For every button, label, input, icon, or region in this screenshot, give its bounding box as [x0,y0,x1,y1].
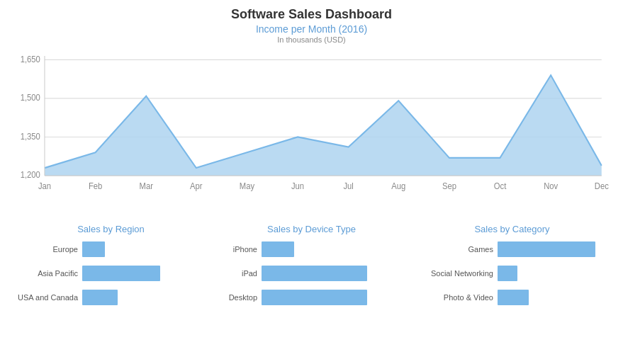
category-title: Sales by Category [415,224,609,234]
region-bar-asia [82,266,208,281]
svg-text:Apr: Apr [190,181,203,190]
device-label-desktop: Desktop [215,293,257,302]
svg-text:Jan: Jan [38,181,51,190]
list-item: Games [415,240,609,258]
list-item: Photo & Video [415,288,609,307]
category-bar-social [498,266,609,281]
bar-fill [262,241,294,257]
svg-text:Jun: Jun [291,181,304,190]
sales-by-device: Sales by Device Type iPhone iPad Desktop [215,224,408,357]
bar-fill [262,290,367,305]
list-item: Social Networking [415,264,609,283]
svg-text:Mar: Mar [140,181,153,190]
list-item: Europe [14,240,208,258]
bar-fill [498,266,517,281]
region-label-usa: USA and Canada [14,293,78,302]
bar-fill [82,290,118,305]
bar-fill [82,241,105,257]
device-bar-ipad [262,266,408,281]
dashboard: Software Sales Dashboard Income per Mont… [0,0,623,364]
device-label-ipad: iPad [215,269,257,278]
bar-fill [262,266,367,281]
svg-text:Oct: Oct [494,181,507,190]
svg-text:Aug: Aug [391,181,405,190]
region-label-europe: Europe [14,245,78,254]
svg-text:Nov: Nov [544,181,558,190]
category-label-social: Social Networking [415,269,493,278]
category-bar-games [498,241,609,257]
list-item: iPad [215,264,408,283]
bar-fill [498,290,529,305]
category-label-photo: Photo & Video [415,293,493,302]
region-bar-europe [82,241,208,257]
list-item: Desktop [215,288,408,307]
bar-fill [498,241,595,257]
device-bar-desktop [262,290,408,305]
device-title: Sales by Device Type [215,224,408,234]
svg-text:Jul: Jul [343,181,353,190]
list-item: USA and Canada [14,288,208,307]
bottom-charts: Sales by Region Europe Asia Pacific USA … [14,224,609,357]
svg-text:1,500: 1,500 [21,93,41,102]
main-title: Software Sales Dashboard [14,7,609,22]
category-bar-photo [498,290,609,305]
category-label-games: Games [415,245,493,254]
device-bar-iphone [262,241,408,257]
region-bar-usa [82,290,208,305]
region-label-asia: Asia Pacific [14,269,78,278]
sales-by-category: Sales by Category Games Social Networkin… [415,224,609,357]
svg-text:Sep: Sep [442,181,456,190]
income-chart-subtitle: In thousands (USD) [14,35,609,44]
svg-text:Feb: Feb [89,181,102,190]
list-item: Asia Pacific [14,264,208,283]
income-chart-title: Income per Month (2016) [14,23,609,35]
svg-text:1,200: 1,200 [21,170,41,179]
svg-text:Dec: Dec [595,181,609,190]
svg-text:May: May [240,181,254,190]
bar-fill [82,266,160,281]
svg-marker-8 [45,75,602,176]
region-title: Sales by Region [14,224,208,234]
device-label-iphone: iPhone [215,245,257,254]
svg-text:1,650: 1,650 [21,54,41,63]
svg-text:1,350: 1,350 [21,131,41,140]
list-item: iPhone [215,240,408,258]
sales-by-region: Sales by Region Europe Asia Pacific USA … [14,224,208,357]
area-chart: 1,650 1,500 1,350 1,200 Jan Feb Mar Apr … [14,48,609,218]
